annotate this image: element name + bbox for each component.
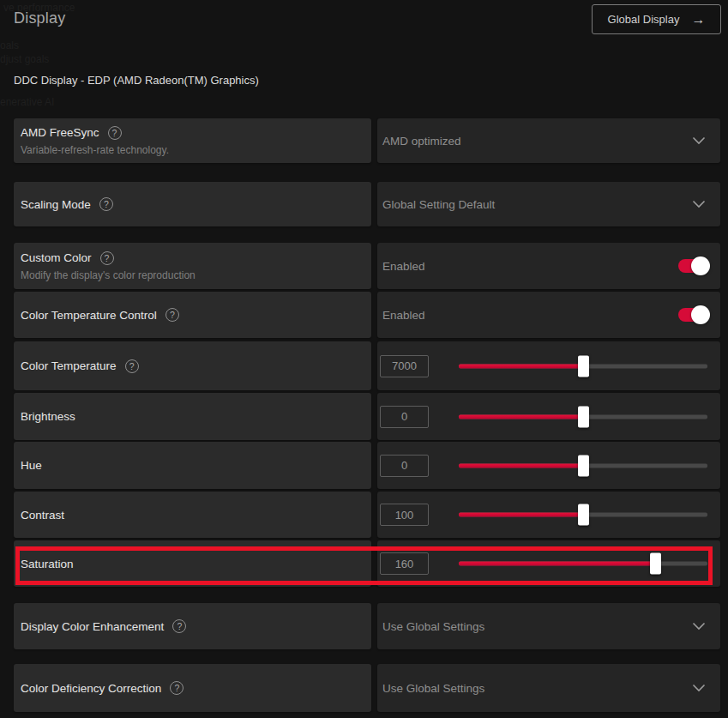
setting-label: Scaling Mode [21, 198, 91, 211]
ghost-text: enerative AI [0, 96, 54, 108]
contrast-input[interactable] [380, 504, 429, 526]
setting-label-card: Contrast [14, 492, 371, 538]
chevron-down-icon [692, 201, 706, 208]
setting-sublabel: Variable-refresh-rate technology. [21, 144, 169, 156]
setting-label-card: Brightness [14, 393, 371, 440]
scaling-mode-dropdown[interactable]: Global Setting Default [377, 182, 720, 226]
ghost-text: djust goals [0, 53, 49, 65]
setting-label-card: Scaling Mode ? [14, 182, 371, 226]
slider-fill [459, 513, 583, 517]
help-icon[interactable]: ? [125, 359, 139, 373]
ghost-text: oals [0, 39, 19, 51]
dropdown-value: AMD optimized [382, 135, 461, 148]
setting-row-display-color-enhancement: Display Color Enhancement ? Use Global S… [0, 603, 728, 649]
display-settings-page: ve performance oals djust goals enerativ… [0, 0, 728, 718]
custom-color-control: Enabled [377, 243, 720, 289]
contrast-slider[interactable] [459, 504, 707, 526]
color-temperature-control: Enabled [377, 292, 720, 338]
toggle-state-label: Enabled [382, 309, 425, 322]
brightness-slider-card [377, 393, 720, 440]
help-icon[interactable]: ? [99, 197, 113, 211]
setting-label: Hue [21, 459, 42, 472]
setting-row-color-temperature-control: Color Temperature Control ? Enabled [0, 292, 728, 338]
setting-row-scaling-mode: Scaling Mode ? Global Setting Default [0, 182, 728, 226]
toggle-knob [691, 256, 710, 275]
setting-sublabel: Modify the display's color reproduction [21, 269, 196, 281]
display-color-enhancement-dropdown[interactable]: Use Global Settings [377, 603, 720, 649]
slider-track [459, 562, 707, 566]
setting-row-saturation: Saturation [0, 540, 728, 587]
color-temperature-slider[interactable] [459, 355, 707, 377]
setting-label-card: Saturation [14, 540, 371, 587]
custom-color-toggle[interactable] [678, 259, 708, 273]
setting-label: Color Temperature Control [21, 309, 157, 322]
contrast-slider-card [377, 492, 720, 538]
setting-label-card: Display Color Enhancement ? [14, 603, 371, 649]
slider-fill [459, 463, 583, 468]
setting-label: AMD FreeSync [21, 126, 99, 139]
setting-row-contrast: Contrast [0, 492, 728, 538]
saturation-slider-card [377, 540, 720, 587]
toggle-state-label: Enabled [382, 260, 425, 273]
help-icon[interactable]: ? [172, 619, 186, 633]
setting-row-amd-freesync: AMD FreeSync ? Variable-refresh-rate tec… [0, 118, 728, 163]
setting-row-custom-color: Custom Color ? Modify the display's colo… [0, 243, 728, 289]
global-display-button-label: Global Display [608, 13, 680, 26]
brightness-slider[interactable] [459, 406, 707, 427]
hue-slider[interactable] [459, 455, 707, 476]
amd-freesync-dropdown[interactable]: AMD optimized [377, 118, 720, 163]
slider-thumb[interactable] [650, 553, 661, 575]
setting-label-card: Hue [14, 442, 371, 489]
slider-thumb[interactable] [578, 355, 589, 377]
global-display-button[interactable]: Global Display → [592, 4, 721, 34]
toggle-knob [691, 305, 710, 324]
slider-thumb[interactable] [578, 455, 589, 476]
slider-thumb[interactable] [578, 406, 589, 427]
color-deficiency-correction-dropdown[interactable]: Use Global Settings [377, 664, 720, 712]
help-icon[interactable]: ? [108, 126, 122, 140]
setting-row-color-temperature: Color Temperature ? [0, 341, 728, 390]
saturation-slider[interactable] [459, 553, 707, 575]
setting-label: Saturation [21, 558, 74, 570]
hue-input[interactable] [380, 455, 429, 477]
chevron-down-icon [692, 623, 706, 631]
slider-fill [459, 364, 583, 368]
color-temperature-control-toggle[interactable] [678, 308, 708, 322]
slider-fill [459, 562, 655, 566]
help-icon[interactable]: ? [100, 251, 114, 265]
page-title: Display [14, 9, 65, 27]
display-device-heading: DDC Display - EDP (AMD Radeon(TM) Graphi… [14, 74, 259, 87]
setting-label: Custom Color [21, 251, 92, 264]
help-icon[interactable]: ? [170, 681, 184, 695]
saturation-input[interactable] [380, 552, 429, 575]
setting-label: Color Deficiency Correction [21, 682, 161, 695]
setting-label: Contrast [21, 509, 64, 522]
setting-row-hue: Hue [0, 442, 728, 489]
setting-label-card: Custom Color ? Modify the display's colo… [14, 243, 371, 289]
slider-fill [459, 414, 583, 419]
chevron-down-icon [692, 685, 706, 692]
setting-label: Brightness [21, 410, 75, 423]
brightness-input[interactable] [380, 406, 429, 428]
chevron-down-icon [692, 137, 706, 145]
slider-thumb[interactable] [578, 504, 589, 526]
setting-row-color-deficiency-correction: Color Deficiency Correction ? Use Global… [0, 664, 728, 712]
setting-label-card: Color Temperature ? [14, 341, 371, 390]
setting-label-card: AMD FreeSync ? Variable-refresh-rate tec… [14, 118, 371, 163]
help-icon[interactable]: ? [165, 308, 179, 322]
dropdown-value: Global Setting Default [382, 198, 495, 211]
setting-label: Color Temperature [21, 359, 117, 372]
setting-label: Display Color Enhancement [21, 620, 164, 633]
dropdown-value: Use Global Settings [382, 682, 484, 695]
arrow-right-icon: → [691, 13, 705, 27]
dropdown-value: Use Global Settings [382, 620, 484, 633]
color-temperature-input[interactable] [380, 355, 429, 377]
hue-slider-card [377, 442, 720, 489]
setting-label-card: Color Temperature Control ? [14, 292, 371, 338]
setting-label-card: Color Deficiency Correction ? [14, 664, 371, 712]
color-temperature-slider-card [377, 341, 720, 390]
setting-row-brightness: Brightness [0, 393, 728, 440]
